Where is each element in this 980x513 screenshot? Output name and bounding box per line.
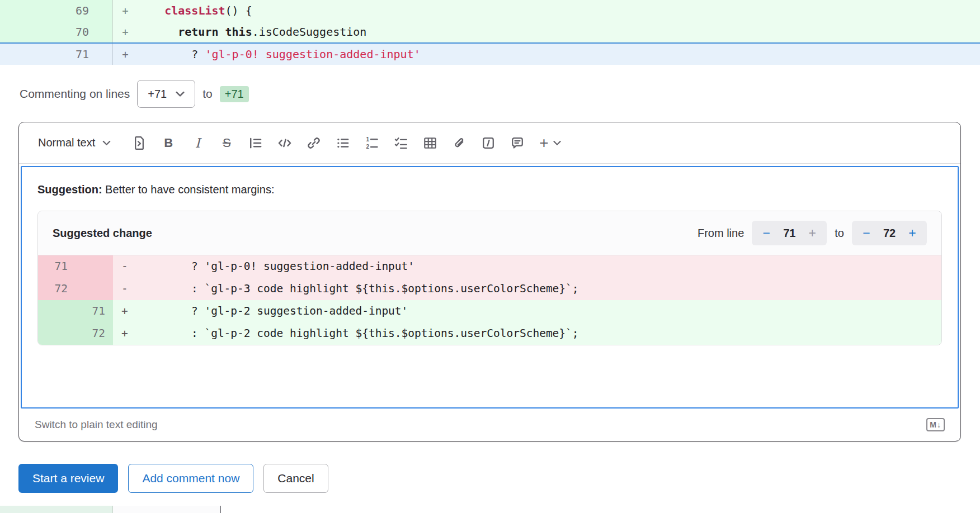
line-number-69[interactable]: 69	[0, 0, 113, 21]
suggested-change-header: Suggested change From line − 71 + to − 7…	[38, 211, 941, 255]
diff-remove-sign: -	[113, 278, 139, 300]
to-line-value: 72	[878, 227, 901, 240]
cancel-button[interactable]: Cancel	[263, 464, 328, 493]
link-icon	[307, 136, 321, 150]
decrement-to-line-button[interactable]: −	[855, 221, 878, 245]
from-line-label: From line	[698, 227, 744, 240]
editor-footer: Switch to plain text editing M↓	[19, 408, 960, 441]
code-token-string: 'gl-p-0! suggestion-added-input'	[205, 48, 420, 61]
code-token-keyword: return this	[178, 25, 252, 39]
removed-line-row: 72 - : `gl-p-3 code highlight ${this.$op…	[38, 278, 941, 300]
code-line: : `gl-p-3 code highlight ${this.$options…	[139, 278, 941, 300]
line-number-gutter	[113, 506, 221, 513]
paperclip-icon	[452, 136, 467, 150]
italic-icon: I	[195, 136, 200, 150]
numbered-list-icon: 12	[365, 136, 379, 150]
old-line-number: 72	[38, 278, 76, 300]
suggestion-paragraph: Suggestion: Better to have consistent ma…	[37, 182, 942, 197]
markdown-icon: M↓	[926, 418, 945, 431]
bold-button[interactable]: B	[156, 131, 181, 155]
comment-icon	[510, 136, 525, 150]
comment-actions: Start a review Add comment now Cancel	[18, 464, 328, 493]
diff-add-sign: +	[113, 44, 138, 65]
diff-add-sign: +	[113, 300, 139, 322]
added-line-row: 71 + ? 'gl-p-2 suggestion-added-input'	[38, 300, 941, 322]
old-line-number	[38, 322, 76, 345]
new-line-number: 71	[76, 300, 113, 322]
switch-to-plain-text-button[interactable]: Switch to plain text editing	[35, 419, 158, 431]
from-line-value: 71	[778, 227, 801, 240]
line-range-controls: From line − 71 + to − 72 +	[698, 221, 927, 245]
details-block-icon	[481, 136, 496, 150]
task-list-button[interactable]	[388, 131, 414, 155]
code-line: classList() {	[138, 0, 980, 21]
strikethrough-button[interactable]: S	[214, 131, 239, 155]
diff-line-71-selected: 71 + ? 'gl-p-0! suggestion-added-input'	[0, 42, 980, 65]
start-line-value: +71	[148, 88, 167, 101]
code-line: : `gl-p-2 code highlight ${this.$options…	[139, 322, 941, 345]
code-token	[138, 4, 164, 17]
quote-button[interactable]	[243, 131, 268, 155]
comment-button[interactable]	[505, 131, 530, 155]
code-button[interactable]	[272, 131, 298, 155]
start-review-button[interactable]: Start a review	[18, 464, 118, 493]
new-line-number	[76, 255, 113, 278]
suggested-change-card: Suggested change From line − 71 + to − 7…	[37, 211, 942, 345]
plus-icon: +	[539, 135, 548, 151]
code-line: ? 'gl-p-2 suggestion-added-input'	[139, 300, 941, 322]
old-line-number: 71	[38, 255, 76, 278]
code-token-function: classList	[164, 4, 225, 17]
insert-suggestion-button[interactable]	[126, 131, 152, 155]
old-line-number	[38, 300, 76, 322]
decrement-from-line-button[interactable]: −	[755, 221, 778, 245]
diff-line-69: 69 + classList() {	[0, 0, 980, 21]
details-block-button[interactable]	[475, 131, 501, 155]
commenting-label: Commenting on lines	[20, 87, 130, 101]
suggestion-label: Suggestion:	[37, 183, 102, 196]
text-style-dropdown[interactable]: Normal text	[35, 133, 115, 153]
code-icon	[277, 136, 293, 150]
increment-to-line-button[interactable]: +	[901, 221, 924, 245]
add-comment-now-button[interactable]: Add comment now	[128, 464, 253, 493]
quote-icon	[248, 136, 263, 150]
code-token	[138, 48, 191, 61]
commenting-on-lines-row: Commenting on lines +71 to +71	[20, 79, 980, 108]
line-number-70[interactable]: 70	[0, 21, 113, 42]
suggestion-body: Better to have consistent margins:	[102, 183, 275, 196]
diff-line-70: 70 + return this.isCodeSuggestion	[0, 21, 980, 42]
table-button[interactable]	[417, 131, 443, 155]
editor-content-area[interactable]: Suggestion: Better to have consistent ma…	[21, 166, 959, 408]
link-button[interactable]	[301, 131, 327, 155]
diff-remove-sign: -	[113, 255, 139, 278]
increment-from-line-button[interactable]: +	[801, 221, 823, 245]
italic-button[interactable]: I	[185, 131, 210, 155]
to-label: to	[202, 87, 213, 101]
bullet-list-button[interactable]	[330, 131, 356, 155]
code-token: () {	[225, 4, 252, 17]
to-line-stepper: − 72 +	[852, 221, 927, 245]
code-area	[221, 506, 980, 513]
line-number-gutter	[0, 506, 113, 513]
new-line-number: 72	[76, 322, 113, 345]
table-icon	[423, 136, 437, 150]
added-line-row: 72 + : `gl-p-2 code highlight ${this.$op…	[38, 322, 941, 345]
start-line-dropdown[interactable]: +71	[137, 80, 195, 108]
more-options-button[interactable]: +	[539, 135, 560, 151]
from-line-stepper: − 71 +	[752, 221, 827, 245]
diff-view: 69 + classList() { 70 + return this.isCo…	[0, 0, 980, 65]
comment-editor: Normal text B I S 12	[18, 122, 961, 441]
bullet-list-icon	[336, 136, 350, 150]
end-line-badge: +71	[220, 86, 249, 102]
numbered-list-button[interactable]: 12	[359, 131, 385, 155]
removed-line-row: 71 - ? 'gl-p-0! suggestion-added-input'	[38, 255, 941, 278]
text-style-value: Normal text	[38, 136, 95, 149]
diff-add-sign: +	[113, 0, 138, 21]
attach-file-button[interactable]	[446, 131, 472, 155]
range-to-label: to	[835, 227, 844, 240]
line-number-71[interactable]: 71	[0, 44, 113, 65]
svg-text:1: 1	[366, 136, 370, 142]
chevron-down-icon	[102, 140, 111, 146]
task-list-icon	[394, 136, 408, 150]
chevron-down-icon	[176, 91, 185, 97]
code-line: ? 'gl-p-0! suggestion-added-input'	[139, 255, 941, 278]
